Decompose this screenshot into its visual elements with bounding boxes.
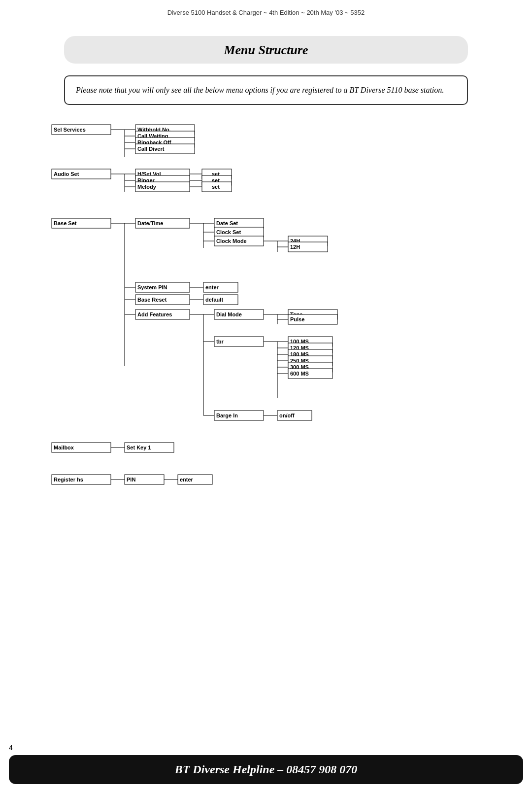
title-box: Menu Structure xyxy=(64,36,468,64)
page-number: 4 xyxy=(9,744,13,752)
svg-text:set: set xyxy=(212,184,220,190)
page-wrapper: Diverse 5100 Handset & Charger ~ 4th Edi… xyxy=(0,0,532,791)
note-box: Please note that you will only see all t… xyxy=(64,75,468,105)
svg-text:tbr: tbr xyxy=(216,339,224,344)
svg-text:Clock Set: Clock Set xyxy=(216,229,241,235)
svg-text:Pulse: Pulse xyxy=(290,316,304,322)
svg-text:12H: 12H xyxy=(290,244,300,250)
svg-text:Add Features: Add Features xyxy=(137,311,172,317)
svg-text:Register hs: Register hs xyxy=(54,477,83,482)
header: Diverse 5100 Handset & Charger ~ 4th Edi… xyxy=(0,0,532,21)
svg-text:Set Key 1: Set Key 1 xyxy=(127,445,151,450)
svg-text:Call Divert: Call Divert xyxy=(137,146,165,152)
svg-text:Mailbox: Mailbox xyxy=(54,445,74,450)
svg-text:Melody: Melody xyxy=(137,184,157,190)
svg-text:enter: enter xyxy=(180,477,194,482)
svg-text:Base Set: Base Set xyxy=(54,220,77,226)
svg-text:Date/Time: Date/Time xyxy=(137,220,163,226)
svg-text:Barge In: Barge In xyxy=(216,413,238,418)
footer-bar: BT Diverse Helpline – 08457 908 070 xyxy=(9,755,523,784)
svg-text:Dial Mode: Dial Mode xyxy=(216,311,242,317)
svg-text:enter: enter xyxy=(205,284,219,290)
page-title: Menu Structure xyxy=(64,43,468,58)
footer-text: BT Diverse Helpline – 08457 908 070 xyxy=(175,763,358,776)
svg-text:PIN: PIN xyxy=(127,477,135,482)
svg-text:Audio Set: Audio Set xyxy=(54,171,79,177)
svg-text:Date Set: Date Set xyxy=(216,220,238,226)
svg-text:Clock Mode: Clock Mode xyxy=(216,238,247,244)
svg-text:Sel Services: Sel Services xyxy=(54,127,86,133)
svg-text:600 MS: 600 MS xyxy=(290,371,309,377)
header-text: Diverse 5100 Handset & Charger ~ 4th Edi… xyxy=(167,9,365,16)
menu-diagram: Sel Services Withhold No. Call Waiting R… xyxy=(37,120,495,524)
svg-text:System PIN: System PIN xyxy=(137,284,167,290)
svg-text:on/off: on/off xyxy=(279,413,295,418)
svg-text:default: default xyxy=(205,297,223,303)
svg-text:Base Reset: Base Reset xyxy=(137,297,167,303)
note-text: Please note that you will only see all t… xyxy=(76,84,456,96)
